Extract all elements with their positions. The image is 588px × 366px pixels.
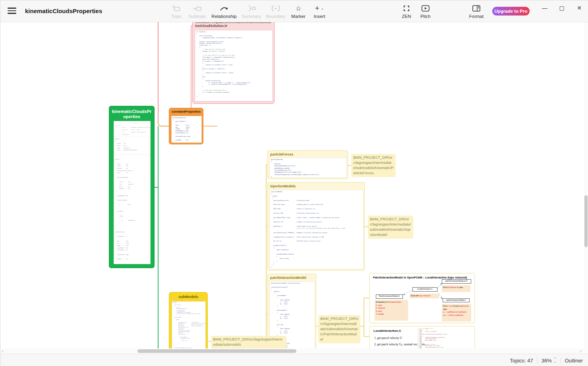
mindmap-canvas[interactable]: $WM_PROJECT_DIR/src/lagrangian/intermedi…	[0, 22, 584, 348]
upgrade-to-pro-button[interactable]: Upgrade to Pro	[492, 7, 530, 16]
app-window: $WM_PROJECT_DIR/src/lagrangian/intermedi…	[0, 0, 588, 366]
particleforces-title: particleForces	[268, 151, 348, 157]
patchinteractionmodel-title: patchInteractionModel	[268, 274, 316, 280]
topic-injectionmodels[interactable]: injectionModels injectionModels{ model1 …	[267, 182, 365, 271]
vertical-scroll-thumb[interactable]	[584, 195, 588, 247]
tool-format[interactable]: Format	[464, 4, 489, 19]
root-title: kinematicCloudsProperties	[110, 107, 154, 121]
diagram-note-center: Deal with type rebound	[410, 294, 439, 298]
diagram-box-localinteraction: LocalInteraction.C	[412, 287, 437, 292]
topic-cloudsolution-title: $WM_PROJECT_DIR/src/lagrangian/intermedi…	[193, 22, 274, 29]
diagram-note-coefficients: Find e, mu of every patches in case e — …	[442, 304, 471, 321]
localinteraction-title: LocalInteraction.C	[373, 329, 401, 333]
topic-root-kinematiccloudsproperties[interactable]: kinematicCloudsProperties /*------------…	[109, 106, 155, 268]
diagram-box-patchinteractionmodel: PatchInteractionModel.C	[376, 294, 403, 299]
localinteraction-step-1: 1. get parcel velocity U	[374, 336, 402, 340]
injectionmodels-code-block: injectionModels{ model1 { type patchInje…	[269, 190, 364, 269]
topic-cloudsolution-h[interactable]: $WM_PROJECT_DIR/src/lagrangian/intermedi…	[192, 22, 275, 104]
relationship-icon	[211, 4, 237, 13]
cloudsolution-code-block: if (coupled_){ const dictionary& schemes…	[195, 30, 273, 101]
boundary-icon	[263, 4, 288, 13]
submodels-code-block: subModels{ particleForces { gravity; pre…	[172, 301, 206, 348]
scroll-right-icon[interactable]: ›	[580, 348, 581, 354]
diagram-note-interactiontype: Declaration of InteractionType: 1. none …	[375, 300, 408, 321]
particleforces-code-block: particleForces{ gravity; pressureGradien…	[269, 158, 347, 178]
window-close-button[interactable]: ✕	[573, 3, 585, 13]
topic-patchinteraction-diagram[interactable]: PatchInteractionModel in OpenFOAM – Loca…	[369, 273, 475, 323]
titlebar-toolbar: kinematicCloudsProperties Topic Subtopic…	[0, 0, 588, 22]
tool-boundary[interactable]: Boundary	[263, 4, 288, 19]
injectionmodels-title: injectionModels	[268, 183, 364, 189]
tool-insert[interactable]: +⌄ Insert	[307, 4, 332, 19]
tool-summary[interactable]: Summary	[239, 4, 264, 19]
diagram-note-find-patches: Find all patches in case	[442, 285, 470, 292]
menu-icon[interactable]	[8, 8, 16, 14]
zoom-level: 36%	[542, 358, 552, 364]
scroll-left-icon[interactable]: ‹	[2, 348, 3, 354]
topic-localinteraction-notes[interactable]: LocalInteraction.C 1. get parcel velocit…	[369, 326, 475, 348]
subtopic-icon	[185, 4, 210, 13]
status-bar: Topics: 47 36% ⌃⌄ Outliner	[0, 354, 588, 366]
window-maximize-button[interactable]: ▢	[556, 3, 568, 13]
constantproperties-code-block: constantProperties{ parcelTypeId 1; rho0…	[171, 116, 202, 143]
window-minimize-button[interactable]: —	[539, 3, 551, 13]
topic-constantproperties[interactable]: constantProperties constantProperties{ p…	[169, 108, 203, 144]
tool-pitch[interactable]: Pitch	[413, 4, 438, 19]
label-submodels-path[interactable]: $WM_PROJECT_DIR/src/lagrangian/intermedi…	[211, 336, 286, 348]
summary-icon	[239, 4, 264, 13]
submodels-title: subModels	[169, 292, 207, 300]
label-injectionmodel-path[interactable]: $WM_PROJECT_DIR/src/lagrangian/intermedi…	[368, 216, 413, 239]
zoom-stepper-icon[interactable]: ⌃⌄	[554, 358, 557, 363]
diagram-box-patchinteractiondata: patchInteractionData.C	[443, 298, 470, 302]
horizontal-scroll-thumb[interactable]	[137, 349, 296, 353]
code-line-numbers: 173 174 175 176 177 178 179 180 181 182 …	[418, 328, 422, 348]
localinteraction-code-panel: 173 174 175 176 177 178 179 180 181 182 …	[418, 328, 474, 348]
tool-subtopic[interactable]: Subtopic	[185, 4, 210, 19]
vertical-scrollbar[interactable]	[584, 22, 588, 348]
constantproperties-title: constantProperties	[169, 108, 203, 114]
localinteraction-code-block: if (isWet() == 1) { active = p.active();…	[422, 328, 453, 348]
document-title[interactable]: kinematicCloudsProperties	[25, 8, 102, 14]
insert-plus-icon: +⌄	[307, 4, 332, 13]
topic-submodels[interactable]: subModels subModels{ particleForces { gr…	[169, 292, 208, 348]
divider	[560, 358, 561, 363]
tool-relationship[interactable]: Relationship	[211, 4, 237, 19]
topics-count: Topics: 47	[510, 358, 533, 364]
diagram-box-patchinteractiondatalist: patchInteractionDataList.C	[442, 279, 471, 284]
divider	[537, 358, 538, 363]
pitch-icon	[413, 4, 438, 13]
topic-particleforces[interactable]: particleForces particleForces{ gravity; …	[267, 150, 348, 179]
zoom-control[interactable]: 36% ⌃⌄	[542, 358, 557, 364]
format-icon	[464, 4, 489, 13]
label-particleforces-path[interactable]: $WM_PROJECT_DIR/src/lagrangian/intermedi…	[351, 154, 396, 177]
label-patchinteractionmodel-path[interactable]: $WM_PROJECT_DIR/src/lagrangian/intermedi…	[318, 315, 360, 343]
outliner-button[interactable]: Outliner	[565, 358, 583, 364]
horizontal-scrollbar[interactable]: ‹ ›	[0, 348, 588, 354]
root-code-block: /*--------------------------------*- C++…	[114, 121, 151, 264]
